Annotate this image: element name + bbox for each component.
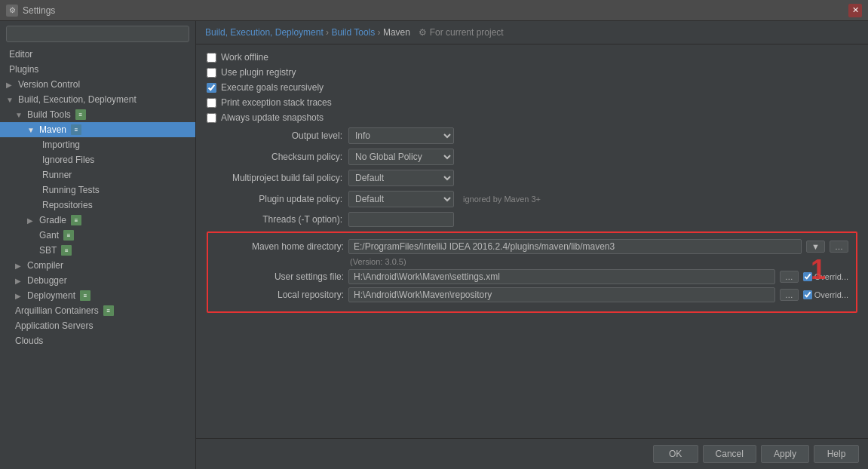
- plugin-update-label: Plugin update policy:: [207, 194, 342, 204]
- sidebar-item-repositories[interactable]: Repositories: [0, 198, 195, 213]
- build-exec-arrow: ▼: [6, 96, 15, 104]
- execute-goals-checkbox[interactable]: [207, 83, 216, 93]
- user-settings-browse-btn[interactable]: …: [780, 271, 799, 283]
- threads-input[interactable]: [348, 212, 454, 227]
- deployment-page-icon: ≡: [80, 290, 90, 301]
- sidebar-item-plugins[interactable]: Plugins: [0, 62, 195, 77]
- apply-button[interactable]: Apply: [761, 445, 809, 463]
- breadcrumb-build[interactable]: Build, Execution, Deployment: [205, 27, 324, 38]
- sbt-page-icon: ≡: [61, 245, 72, 256]
- project-note: ⚙ For current project: [419, 27, 503, 38]
- sidebar-item-runner[interactable]: Runner: [0, 167, 195, 182]
- version-control-arrow: ▶: [6, 81, 15, 89]
- plugin-update-note: ignored by Maven 3+: [463, 195, 541, 204]
- debugger-label: Debugger: [27, 275, 67, 286]
- running-tests-label: Running Tests: [42, 185, 100, 195]
- sidebar-item-arquillian[interactable]: Arquillian Containers ≡: [0, 303, 195, 318]
- sidebar-item-version-control[interactable]: ▶ Version Control: [0, 77, 195, 92]
- app-servers-label: Application Servers: [15, 320, 93, 331]
- importing-label: Importing: [42, 139, 80, 150]
- local-repo-label: Local repository:: [216, 290, 344, 300]
- local-repo-override-label: Overrid...: [814, 290, 848, 299]
- bottom-bar: OK Cancel Apply Help: [196, 438, 868, 469]
- output-level-select[interactable]: Info Debug Quiet: [348, 127, 454, 144]
- user-settings-row: User settings file: … Overrid...: [216, 269, 848, 284]
- sidebar-item-clouds[interactable]: Clouds: [0, 333, 195, 348]
- print-exception-checkbox[interactable]: [207, 98, 216, 108]
- runner-label: Runner: [42, 170, 72, 180]
- ignored-files-label: Ignored Files: [42, 155, 94, 165]
- threads-label: Threads (-T option):: [207, 214, 342, 225]
- multiproject-select[interactable]: Default Always Never: [348, 170, 454, 186]
- sidebar-item-ignored-files[interactable]: Ignored Files: [0, 152, 195, 167]
- work-offline-checkbox[interactable]: [207, 53, 216, 63]
- sidebar-item-build-exec[interactable]: ▼ Build, Execution, Deployment: [0, 92, 195, 107]
- multiproject-label: Multiproject build fail policy:: [207, 173, 342, 183]
- local-repo-override-checkbox[interactable]: [803, 290, 812, 299]
- execute-goals-row: Execute goals recursively: [207, 82, 857, 93]
- compiler-label: Compiler: [27, 260, 63, 271]
- output-level-row: Output level: Info Debug Quiet: [207, 127, 857, 144]
- maven-home-dropdown-btn[interactable]: ▼: [806, 241, 825, 253]
- sidebar-item-running-tests[interactable]: Running Tests: [0, 182, 195, 198]
- repositories-label: Repositories: [42, 200, 93, 210]
- sidebar-item-compiler[interactable]: ▶ Compiler: [0, 258, 195, 273]
- local-repo-browse-btn[interactable]: …: [780, 289, 799, 301]
- sidebar-item-debugger[interactable]: ▶ Debugger: [0, 273, 195, 288]
- maven-home-browse-btn[interactable]: …: [830, 241, 848, 253]
- sidebar-item-build-tools[interactable]: ▼ Build Tools ≡: [0, 107, 195, 122]
- content-area: Build, Execution, Deployment › Build Too…: [196, 21, 868, 469]
- use-plugin-registry-checkbox[interactable]: [207, 68, 216, 78]
- sidebar-item-sbt[interactable]: SBT ≡: [0, 243, 195, 258]
- maven-home-label: Maven home directory:: [216, 241, 344, 252]
- local-repo-override: Overrid...: [803, 290, 848, 299]
- local-repo-input[interactable]: [348, 287, 775, 302]
- debugger-arrow: ▶: [15, 277, 24, 285]
- close-button[interactable]: ✕: [848, 4, 862, 17]
- help-button[interactable]: Help: [814, 445, 859, 463]
- local-repo-row: Local repository: … Overrid...: [216, 287, 848, 302]
- version-control-label: Version Control: [18, 79, 80, 90]
- sidebar-item-app-servers[interactable]: Application Servers: [0, 318, 195, 333]
- app-icon: ⚙: [6, 5, 18, 17]
- sidebar-item-editor[interactable]: Editor: [0, 47, 195, 62]
- sidebar-item-maven[interactable]: ▼ Maven ≡: [0, 122, 195, 137]
- ok-button[interactable]: OK: [653, 445, 698, 463]
- sidebar-item-deployment[interactable]: ▶ Deployment ≡: [0, 288, 195, 303]
- plugin-update-select[interactable]: Default Always Never: [348, 191, 454, 207]
- breadcrumb: Build, Execution, Deployment › Build Too…: [196, 21, 868, 44]
- gradle-arrow: ▶: [27, 216, 36, 225]
- gant-page-icon: ≡: [63, 230, 74, 241]
- gradle-page-icon: ≡: [71, 215, 81, 225]
- maven-home-input[interactable]: [348, 239, 802, 254]
- always-update-checkbox[interactable]: [207, 113, 216, 123]
- checksum-policy-row: Checksum policy: No Global Policy Warn F…: [207, 149, 857, 165]
- checksum-policy-select[interactable]: No Global Policy Warn Fail: [348, 149, 454, 165]
- sidebar: Editor Plugins ▶ Version Control ▼ Build…: [0, 21, 196, 469]
- maven-label: Maven: [39, 124, 66, 135]
- user-settings-input[interactable]: [348, 269, 775, 284]
- use-plugin-registry-label: Use plugin registry: [221, 67, 296, 78]
- sidebar-item-gradle[interactable]: ▶ Gradle ≡: [0, 213, 195, 228]
- breadcrumb-build-tools[interactable]: Build Tools: [331, 27, 375, 38]
- title-bar: ⚙ Settings ✕: [0, 0, 868, 21]
- sidebar-item-importing[interactable]: Importing: [0, 137, 195, 152]
- build-tools-arrow: ▼: [15, 111, 24, 119]
- editor-label: Editor: [9, 49, 32, 60]
- breadcrumb-path: Build, Execution, Deployment › Build Too…: [205, 27, 413, 38]
- output-level-label: Output level:: [207, 130, 342, 141]
- cancel-button[interactable]: Cancel: [703, 445, 756, 463]
- settings-panel: Work offline Use plugin registry Execute…: [196, 44, 868, 438]
- use-plugin-registry-row: Use plugin registry: [207, 67, 857, 78]
- breadcrumb-maven: Maven: [383, 27, 410, 38]
- threads-row: Threads (-T option):: [207, 212, 857, 227]
- compiler-arrow: ▶: [15, 262, 24, 270]
- build-tools-page-icon: ≡: [75, 109, 86, 120]
- maven-home-row: Maven home directory: ▼ …: [216, 239, 848, 254]
- arquillian-page-icon: ≡: [103, 305, 114, 316]
- sidebar-item-gant[interactable]: Gant ≡: [0, 228, 195, 243]
- build-exec-label: Build, Execution, Deployment: [18, 94, 136, 105]
- highlight-number: 1: [811, 254, 826, 286]
- maven-arrow: ▼: [27, 126, 36, 134]
- search-input[interactable]: [6, 26, 189, 42]
